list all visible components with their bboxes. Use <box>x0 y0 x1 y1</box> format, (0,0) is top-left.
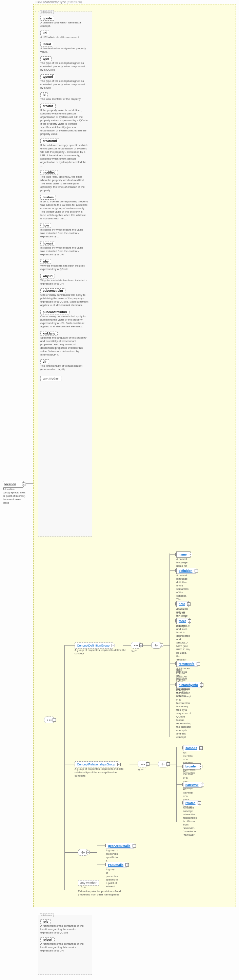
expand-toggle[interactable]: + <box>199 746 203 750</box>
attribute-name[interactable]: creator <box>40 103 55 108</box>
attribute-name[interactable]: dir <box>40 359 49 364</box>
expand-toggle[interactable]: − <box>52 718 56 722</box>
expand-toggle[interactable]: + <box>133 844 136 848</box>
element-related[interactable]: related+ <box>183 800 199 806</box>
choice-icon <box>161 762 165 767</box>
connector <box>169 554 170 737</box>
connector <box>36 720 44 720</box>
attribute-entry: pubconstraintOne or many constraints tha… <box>40 288 90 307</box>
expand-toggle[interactable]: + <box>196 662 200 665</box>
attribute-name[interactable]: pubconstraint <box>40 288 65 293</box>
expand-toggle[interactable]: + <box>189 553 192 556</box>
root-desc: A location (geographical area or point o… <box>3 488 27 504</box>
diagram-canvas: location − A location (geographical area… <box>0 0 239 980</box>
connector <box>65 645 74 646</box>
element-tab-marker <box>182 765 183 768</box>
attribute-name[interactable]: typeuri <box>40 74 55 79</box>
expand-toggle[interactable]: − <box>112 644 115 647</box>
connector <box>123 645 131 646</box>
element-facet[interactable]: facet+ <box>176 618 190 624</box>
expand-toggle[interactable]: + <box>198 802 201 805</box>
attribute-name[interactable]: custom <box>40 195 56 200</box>
attribute-name[interactable]: modified <box>40 170 58 175</box>
element-name[interactable]: name+ <box>176 552 190 558</box>
sequence-compositor-rel[interactable]: − <box>138 760 148 767</box>
element-narrower[interactable]: narrower+ <box>183 782 203 788</box>
expand-toggle[interactable]: − <box>22 482 25 486</box>
connector <box>90 852 97 853</box>
attribute-name[interactable]: whyuri <box>40 274 55 278</box>
root-label: location <box>5 482 16 486</box>
attribute-name[interactable]: type <box>40 56 52 61</box>
attribute-entry: customIf set to true the corresponding p… <box>40 195 90 220</box>
element-tab-marker <box>175 662 176 665</box>
expand-toggle[interactable]: − <box>87 851 90 854</box>
expand-toggle[interactable]: − <box>160 643 163 647</box>
attribute-name[interactable]: creatoruri <box>40 138 59 143</box>
element-label: POIDetails <box>108 863 123 867</box>
element-label: facet <box>179 619 186 623</box>
element-geoAreaDetails[interactable]: geoAreaDetails+ <box>106 843 134 849</box>
expand-toggle[interactable]: + <box>188 619 191 623</box>
element-sameAs[interactable]: sameAs+ <box>183 745 201 751</box>
ext-title-suffix: (extension) <box>67 0 82 4</box>
element-POIDetails[interactable]: POIDetails+ <box>106 862 127 868</box>
expand-toggle[interactable]: + <box>199 765 203 768</box>
element-desc: A related concept, where the relationshi… <box>183 806 197 837</box>
choice-compositor-geo[interactable]: − <box>78 849 88 856</box>
group-ref-concept-relationships[interactable]: ConceptRelationshipsGroup − <box>74 761 119 767</box>
element-note[interactable]: note+ <box>176 601 189 607</box>
attribute-name[interactable]: uri <box>40 30 49 35</box>
attribute-desc: The date (and, optionally, the time) whe… <box>40 175 89 192</box>
attribute-name[interactable]: qcode <box>40 16 54 21</box>
attribute-name[interactable]: role <box>40 919 51 924</box>
connector <box>163 645 169 646</box>
attributes-list: qcodeA qualified code which identifies a… <box>40 16 90 371</box>
connector <box>170 764 176 764</box>
root-element-location[interactable]: location − <box>3 481 24 488</box>
attribute-desc: The directionality of textual content (e… <box>40 364 89 371</box>
attribute-entry: howIndicates by which means the value wa… <box>40 223 90 239</box>
element-hierarchyInfo[interactable]: hierarchyInfo+ <box>176 682 202 688</box>
connector <box>56 720 65 720</box>
group-ref-concept-definition[interactable]: ConceptDefinitionGroup − <box>74 643 113 649</box>
element-definition[interactable]: definition+ <box>176 568 196 574</box>
expand-toggle[interactable]: − <box>117 763 121 766</box>
attribute-entry: literalA free-text value assigned as pro… <box>40 42 90 54</box>
element-tab-marker <box>105 844 106 847</box>
occur-label: 0..∞ <box>138 768 143 771</box>
expand-toggle[interactable]: − <box>146 762 149 766</box>
choice-compositor-rel[interactable]: − <box>158 760 168 767</box>
expand-toggle[interactable]: + <box>125 863 129 867</box>
choice-compositor-def[interactable]: − <box>151 642 161 649</box>
attribute-entry: whyWhy the metadata has been included - … <box>40 259 90 271</box>
element-tab-marker <box>182 746 183 749</box>
element-remoteInfo[interactable]: remoteInfo+ <box>176 661 198 667</box>
attribute-name[interactable]: how <box>40 223 51 228</box>
sequence-compositor-def[interactable]: − <box>131 642 141 649</box>
attribute-entry: modifiedThe date (and, optionally, the t… <box>40 170 90 192</box>
expand-toggle[interactable]: − <box>166 762 170 766</box>
sequence-compositor-main[interactable]: − <box>44 716 54 723</box>
attribute-desc: One or many constraints that apply to pu… <box>40 293 89 307</box>
attribute-name[interactable]: xml:lang <box>40 331 58 336</box>
element-tab-marker <box>105 863 106 866</box>
expand-toggle[interactable]: + <box>200 683 203 687</box>
expand-toggle[interactable]: + <box>187 602 190 606</box>
attribute-name[interactable]: literal <box>40 42 53 46</box>
element-label: hierarchyInfo <box>179 683 198 687</box>
expand-toggle[interactable]: + <box>201 783 204 786</box>
attribute-desc: One or many constraints that apply to pu… <box>40 315 89 328</box>
attribute-name[interactable]: why <box>40 259 51 264</box>
attribute-name[interactable]: pubconstrainturi <box>40 310 70 315</box>
attribute-desc: Why the metadata has been included - exp… <box>40 264 89 271</box>
attribute-name[interactable]: id <box>40 92 48 97</box>
attribute-name[interactable]: howuri <box>40 241 55 246</box>
expand-toggle[interactable]: + <box>195 569 198 573</box>
attribute-desc: The type of the concept assigned as cont… <box>40 80 89 90</box>
attributes-header: attributes <box>40 10 54 14</box>
element-broader[interactable]: broader+ <box>183 764 201 770</box>
attribute-entry: creatorIf the property value is not defi… <box>40 103 90 136</box>
attribute-name[interactable]: roleuri <box>40 937 55 942</box>
expand-toggle[interactable]: − <box>139 643 143 647</box>
